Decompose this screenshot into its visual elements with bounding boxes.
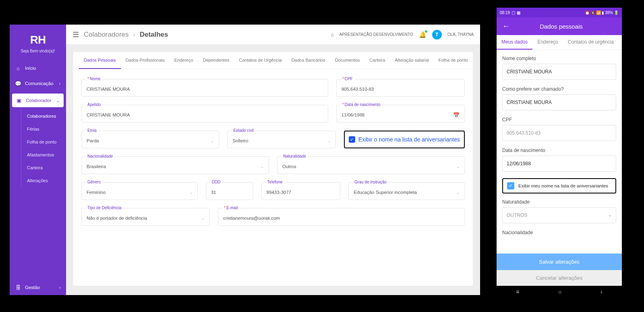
- mobile-header: ← Dados pessoais: [497, 17, 622, 35]
- subnav-folha[interactable]: Folha de ponto: [21, 135, 66, 148]
- chevron-down-icon: ⌄: [201, 216, 205, 220]
- field-label: *Data de nascimento: [341, 102, 382, 107]
- tab-carteira[interactable]: Carteira: [364, 52, 390, 69]
- welcome-text: Seja Bem vindo(a)!: [10, 49, 66, 60]
- chevron-down-icon: ⌄: [211, 139, 214, 143]
- tab-folha-ponto[interactable]: Folha de ponto: [434, 52, 473, 69]
- subnav-alteracoes[interactable]: Alterações: [21, 174, 66, 187]
- battery-text: 38%: [605, 10, 613, 15]
- checkbox-label: Exibir meu nome na lista de aniversarian…: [518, 183, 608, 188]
- chat-icon: 💬: [15, 81, 21, 86]
- save-button[interactable]: Salvar alterações: [497, 254, 622, 270]
- nav-comunicacao[interactable]: 💬 Comunicação ›: [10, 76, 66, 91]
- avatar[interactable]: T: [432, 30, 442, 40]
- deficiencia-field[interactable]: Tipo de Deficiência Não é portador de de…: [81, 208, 210, 226]
- crumb-current: Detalhes: [140, 31, 168, 38]
- ddd-field[interactable]: DDD 31: [206, 182, 253, 200]
- home-icon[interactable]: ⌂: [331, 32, 333, 37]
- subnav-carteira[interactable]: Carteira: [21, 161, 66, 174]
- alarm-icon: ⏰: [585, 10, 590, 15]
- etnia-field[interactable]: Etnia Parda ⌄: [81, 131, 219, 148]
- chevron-down-icon: ⌄: [456, 190, 460, 195]
- field-value: 31: [211, 190, 248, 195]
- mute-icon: 🔇: [590, 10, 595, 15]
- m-tab-contatos[interactable]: Contatos de urgência: [563, 35, 619, 50]
- nav-inicio[interactable]: ⌂ Início: [10, 60, 66, 76]
- nav-colaborador[interactable]: ▣ Colaborador ⌄: [12, 94, 64, 107]
- tab-documentos[interactable]: Documentos: [330, 52, 364, 69]
- cpf-field[interactable]: *CPF 905.643.510-83: [336, 79, 465, 97]
- subnav: Colaboradores Férias Folha de ponto Afas…: [21, 110, 66, 187]
- status-icon: ▢: [511, 10, 515, 15]
- field-label: Etnia: [86, 128, 98, 133]
- naturalidade-field[interactable]: Naturalidade Outros ⌄: [277, 156, 465, 174]
- m-input-nome[interactable]: CRISTIANE MOURA: [502, 64, 616, 80]
- m-input-cpf[interactable]: 905.643.510-83: [502, 125, 616, 141]
- subnav-colaboradores[interactable]: Colaboradores: [21, 110, 66, 123]
- subnav-ferias[interactable]: Férias: [21, 123, 66, 135]
- presentation-text: APRESENTAÇÃO DESENVOLVIMENTO: [339, 32, 413, 37]
- tab-dados-pessoais[interactable]: Dados Pessoais: [79, 52, 121, 69]
- field-label: Telefone: [266, 180, 284, 184]
- cancel-button[interactable]: Cancelar alterações: [497, 270, 622, 286]
- nav-gestao[interactable]: 🗄 Gestão ›: [10, 280, 66, 295]
- field-label: *Nome: [86, 77, 102, 81]
- tab-contatos-urgencia[interactable]: Contatos de Urgência: [234, 52, 286, 69]
- aniversariantes-checkbox[interactable]: ✓ Exibir o nome na lista de aniversarian…: [344, 131, 465, 148]
- nav-label: Comunicação: [25, 81, 55, 86]
- bell-icon[interactable]: 🔔: [419, 31, 427, 38]
- tab-dados-profissionais[interactable]: Dados Profissionais: [121, 52, 170, 69]
- field-label: Gênero: [86, 180, 102, 184]
- nome-field[interactable]: *Nome CRISTIANE MOURA: [81, 79, 328, 97]
- m-aniversariantes-checkbox[interactable]: ✓ Exibir meu nome na lista de aniversari…: [502, 178, 616, 193]
- back-button-icon[interactable]: ‹: [601, 289, 603, 295]
- m-input-naturalidade[interactable]: OUTROS ⌄: [502, 207, 616, 223]
- chevron-right-icon: ›: [59, 285, 60, 290]
- crumb-sep: ›: [133, 31, 135, 38]
- m-input-nascimento[interactable]: 12/06/1988: [502, 156, 616, 172]
- m-input-apelido[interactable]: CRISTIANE MOURA: [502, 94, 616, 110]
- chevron-down-icon: ⌄: [56, 98, 60, 103]
- field-value: 11/06/1988: [342, 112, 453, 117]
- field-label: *CPF: [341, 77, 354, 81]
- nav-label: Gestão: [25, 285, 55, 290]
- breadcrumb: Colaboradores › Detalhes: [84, 31, 168, 39]
- grau-field[interactable]: Grau de instrução Educação Superior inco…: [348, 182, 465, 200]
- field-value: CRISTIANE MOURA: [87, 87, 323, 92]
- checkbox-icon: ✓: [507, 182, 514, 189]
- battery-icon: 🔋: [614, 10, 619, 15]
- crumb-parent[interactable]: Colaboradores: [84, 31, 129, 38]
- field-value: Brasileira: [87, 164, 261, 169]
- hamburger-icon[interactable]: ☰: [72, 30, 79, 39]
- tab-dados-bancarios[interactable]: Dados Bancários: [287, 52, 330, 69]
- field-value: Feminino: [87, 190, 189, 195]
- m-tab-endereco[interactable]: Endereço: [532, 35, 563, 50]
- apelido-field[interactable]: Apelido CRISTIANE MOURA: [81, 105, 328, 123]
- recent-apps-icon[interactable]: ≡: [516, 289, 519, 295]
- nacionalidade-field[interactable]: Nacionalidade Brasileira ⌄: [81, 156, 269, 174]
- nav-label: Início: [25, 66, 60, 71]
- genero-field[interactable]: Gênero Feminino ⌄: [81, 182, 198, 200]
- tab-endereco[interactable]: Endereço: [170, 52, 198, 69]
- nascimento-field[interactable]: *Data de nascimento 11/06/1988 📅: [336, 105, 465, 123]
- email-field[interactable]: *E-mail cristianemoura@uorak.com: [218, 208, 465, 226]
- home-button-icon[interactable]: ○: [558, 289, 561, 295]
- main: ☰ Colaboradores › Detalhes ⌂ APRESENTAÇÃ…: [66, 25, 480, 295]
- tab-dependentes[interactable]: Dependentes: [198, 52, 234, 69]
- telefone-field[interactable]: Telefone 99433-3077: [261, 182, 341, 200]
- field-value: Parda: [87, 138, 211, 143]
- tab-alteracao-salarial[interactable]: Alteração salarial: [390, 52, 433, 69]
- m-label-naturalidade: Naturalidade: [502, 199, 616, 205]
- content: Dados Pessoais Dados Profissionais Ender…: [66, 45, 480, 293]
- calendar-icon[interactable]: 📅: [453, 112, 460, 118]
- logo-text: RH: [10, 33, 66, 46]
- nav-label: Colaborador: [26, 98, 52, 103]
- field-label: Naturalidade: [282, 154, 308, 158]
- signal-icon: ▮: [602, 10, 604, 15]
- m-tab-meus-dados[interactable]: Meus dados: [497, 35, 532, 50]
- m-label-nacionalidade: Nacionalidade: [502, 230, 616, 235]
- m-label-nascimento: Data de nascimento: [502, 148, 616, 153]
- field-label: Apelido: [86, 102, 102, 107]
- estado-civil-field[interactable]: Estado civil Solteiro ⌄: [227, 131, 335, 148]
- subnav-afastamentos[interactable]: Afastamentos: [21, 148, 66, 161]
